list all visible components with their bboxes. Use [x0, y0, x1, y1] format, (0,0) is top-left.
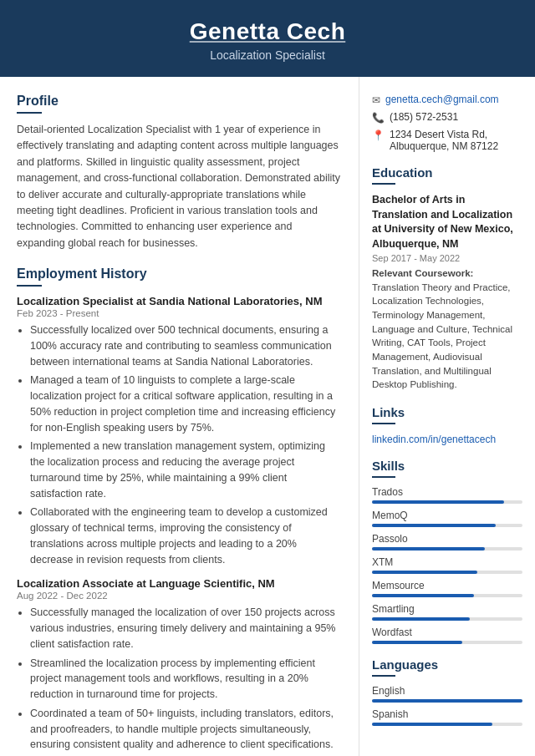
education-section: Education Bachelor of Arts in Translatio… — [372, 165, 522, 392]
employment-section: Employment History Localization Speciali… — [17, 266, 342, 756]
candidate-name: Genetta Cech — [17, 18, 518, 45]
phone-text: (185) 572-2531 — [390, 111, 458, 123]
skill-bar-bg — [372, 617, 522, 621]
job-1: Localization Associate at Language Scien… — [17, 577, 342, 756]
list-item: Streamlined the localization process by … — [30, 656, 342, 703]
language-item: English — [372, 685, 522, 703]
skill-name: MemoQ — [372, 510, 522, 521]
skill-name: XTM — [372, 556, 522, 568]
edu-dates: Sep 2017 - May 2022 — [372, 253, 522, 263]
skill-item: XTM — [372, 556, 522, 574]
employment-divider — [17, 285, 42, 287]
main-column: Profile Detail-oriented Localization Spe… — [0, 77, 359, 756]
skill-name: Trados — [372, 486, 522, 498]
list-item: Successfully localized over 500 technica… — [30, 322, 342, 369]
skill-name: Memsource — [372, 580, 522, 591]
language-bar-fill — [372, 723, 492, 726]
language-bar-fill — [372, 699, 522, 703]
contact-phone: 📞 (185) 572-2531 — [372, 111, 522, 124]
skill-bar-bg — [372, 524, 522, 527]
skill-bar-fill — [372, 617, 470, 621]
skills-section: Skills Trados MemoQ Passolo XTM Memsourc… — [372, 459, 522, 644]
edu-coursework-label: Relevant Coursework: — [372, 268, 473, 278]
email-icon: ✉ — [372, 94, 380, 106]
job-1-title: Localization Associate at Language Scien… — [17, 577, 342, 590]
email-link[interactable]: genetta.cech@gmail.com — [385, 94, 499, 105]
language-name: Spanish — [372, 708, 522, 720]
profile-text: Detail-oriented Localization Specialist … — [17, 122, 342, 251]
address-text: 1234 Desert Vista Rd, Albuquerque, NM 87… — [390, 129, 522, 152]
contact-address: 📍 1234 Desert Vista Rd, Albuquerque, NM … — [372, 129, 522, 152]
links-section: Links linkedin.com/in/genettacech — [372, 405, 522, 445]
skill-item: Passolo — [372, 533, 522, 551]
sidebar-column: ✉ genetta.cech@gmail.com 📞 (185) 572-253… — [359, 77, 535, 756]
skill-bar-fill — [372, 547, 485, 551]
job-0-dates: Feb 2023 - Present — [17, 308, 342, 318]
profile-section: Profile Detail-oriented Localization Spe… — [17, 94, 342, 251]
list-item: Coordinated a team of 50+ linguists, inc… — [30, 706, 342, 753]
list-item: Implemented a new translation management… — [30, 439, 342, 501]
contact-section: ✉ genetta.cech@gmail.com 📞 (185) 572-253… — [372, 94, 522, 152]
job-0-title: Localization Specialist at Sandia Nation… — [17, 295, 342, 307]
language-name: English — [372, 685, 522, 697]
skill-name: Wordfast — [372, 627, 522, 638]
skill-bar-fill — [372, 524, 496, 527]
skill-bar-fill — [372, 500, 504, 504]
education-divider — [372, 183, 395, 185]
skill-bar-bg — [372, 500, 522, 504]
profile-divider — [17, 112, 42, 114]
skills-section-title: Skills — [372, 459, 522, 473]
languages-section-title: Languages — [372, 657, 522, 672]
edu-coursework-text: Translation Theory and Practice, Localiz… — [372, 282, 512, 390]
skill-bar-bg — [372, 571, 522, 574]
skill-name: Passolo — [372, 533, 522, 545]
links-divider — [372, 423, 395, 424]
edu-coursework: Relevant Coursework: Translation Theory … — [372, 266, 522, 392]
edu-degree: Bachelor of Arts in Translation and Loca… — [372, 193, 522, 251]
profile-section-title: Profile — [17, 94, 342, 109]
language-item: Spanish — [372, 708, 522, 726]
language-bar-bg — [372, 723, 522, 726]
skills-list: Trados MemoQ Passolo XTM Memsource — [372, 486, 522, 644]
linkedin-link[interactable]: linkedin.com/in/genettacech — [372, 434, 496, 445]
job-1-dates: Aug 2022 - Dec 2022 — [17, 591, 342, 601]
location-icon: 📍 — [372, 129, 385, 141]
skill-bar-fill — [372, 641, 462, 644]
skill-bar-bg — [372, 547, 522, 551]
list-item: Managed a team of 10 linguists to comple… — [30, 373, 342, 435]
skill-item: Wordfast — [372, 627, 522, 644]
language-bar-bg — [372, 699, 522, 703]
skill-item: Memsource — [372, 580, 522, 597]
skill-item: Smartling — [372, 603, 522, 621]
candidate-title: Localization Specialist — [17, 48, 518, 62]
skills-divider — [372, 476, 395, 478]
languages-divider — [372, 675, 395, 677]
skill-name: Smartling — [372, 603, 522, 615]
skill-bar-fill — [372, 571, 477, 574]
skill-bar-bg — [372, 594, 522, 597]
skill-item: MemoQ — [372, 510, 522, 527]
list-item: Successfully managed the localization of… — [30, 605, 342, 652]
job-0-bullets: Successfully localized over 500 technica… — [17, 322, 342, 567]
skill-item: Trados — [372, 486, 522, 504]
header: Genetta Cech Localization Specialist — [0, 0, 535, 77]
education-section-title: Education — [372, 165, 522, 180]
body-layout: Profile Detail-oriented Localization Spe… — [0, 77, 535, 756]
job-1-bullets: Successfully managed the localization of… — [17, 605, 342, 756]
skill-bar-fill — [372, 594, 474, 597]
links-section-title: Links — [372, 405, 522, 419]
list-item: Collaborated with the engineering team t… — [30, 505, 342, 567]
phone-icon: 📞 — [372, 112, 385, 124]
languages-section: Languages English Spanish — [372, 657, 522, 726]
contact-email: ✉ genetta.cech@gmail.com — [372, 94, 522, 106]
skill-bar-bg — [372, 641, 522, 644]
languages-list: English Spanish — [372, 685, 522, 726]
job-0: Localization Specialist at Sandia Nation… — [17, 295, 342, 567]
employment-section-title: Employment History — [17, 266, 342, 282]
